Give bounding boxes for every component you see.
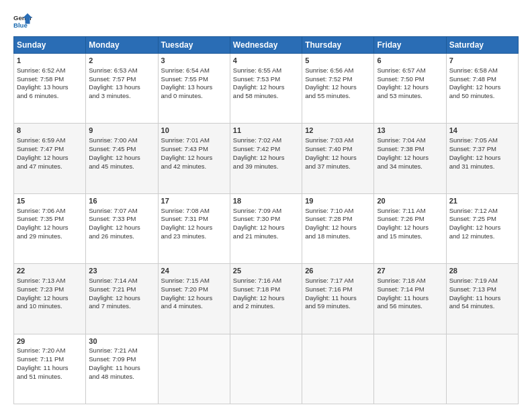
day-number: 7	[449, 56, 515, 66]
day-info: Sunrise: 7:00 AM	[89, 136, 137, 144]
day-info: Sunset: 7:09 PM	[89, 355, 136, 363]
page: General Blue SundayMondayTuesdayWednesda…	[0, 0, 532, 411]
cal-cell: 15Sunrise: 7:06 AMSunset: 7:35 PMDayligh…	[14, 193, 86, 263]
day-number: 4	[233, 56, 299, 66]
cal-cell: 14Sunrise: 7:05 AMSunset: 7:37 PMDayligh…	[446, 124, 518, 193]
day-info: Sunset: 7:57 PM	[89, 75, 136, 83]
day-info: Sunrise: 7:21 AM	[89, 347, 137, 354]
day-info: Sunrise: 7:12 AM	[449, 207, 498, 214]
day-info: and 2 minutes.	[233, 302, 275, 310]
day-info: Daylight: 13 hours	[89, 83, 140, 91]
day-number: 19	[305, 196, 371, 206]
day-info: Sunrise: 6:52 AM	[17, 66, 65, 74]
day-info: Sunrise: 6:56 AM	[305, 66, 353, 74]
day-info: Sunset: 7:18 PM	[233, 285, 280, 293]
day-info: Daylight: 12 hours	[305, 83, 357, 91]
cal-cell: 4Sunrise: 6:55 AMSunset: 7:53 PMDaylight…	[230, 54, 302, 124]
day-info: Daylight: 12 hours	[233, 154, 285, 161]
day-info: Sunset: 7:37 PM	[449, 145, 496, 152]
day-number: 17	[161, 196, 227, 206]
day-info: Sunset: 7:21 PM	[89, 285, 136, 293]
day-info: Sunrise: 6:54 AM	[161, 66, 210, 74]
day-number: 24	[161, 266, 227, 276]
day-number: 13	[377, 126, 443, 136]
day-info: Daylight: 12 hours	[377, 83, 429, 91]
day-info: and 50 minutes.	[449, 92, 495, 99]
day-info: and 37 minutes.	[305, 163, 351, 170]
day-number: 18	[233, 196, 299, 206]
col-header-thursday: Thursday	[302, 37, 374, 54]
week-row-5: 29Sunrise: 7:20 AMSunset: 7:11 PMDayligh…	[14, 334, 519, 404]
day-info: Sunrise: 7:01 AM	[161, 136, 210, 144]
day-info: Sunset: 7:35 PM	[17, 215, 64, 222]
day-info: and 21 minutes.	[233, 232, 279, 240]
day-info: Sunrise: 6:57 AM	[377, 66, 425, 74]
cal-cell: 10Sunrise: 7:01 AMSunset: 7:43 PMDayligh…	[158, 124, 230, 193]
cal-cell: 19Sunrise: 7:10 AMSunset: 7:28 PMDayligh…	[302, 193, 374, 263]
day-info: and 29 minutes.	[17, 232, 62, 240]
day-number: 20	[377, 196, 443, 206]
day-info: Daylight: 12 hours	[449, 83, 501, 91]
day-info: and 18 minutes.	[305, 232, 351, 240]
logo: General Blue	[13, 12, 32, 31]
day-info: Daylight: 11 hours	[305, 294, 357, 302]
day-info: Sunset: 7:14 PM	[377, 285, 424, 293]
day-info: Sunrise: 7:18 AM	[377, 277, 425, 284]
day-info: Sunset: 7:40 PM	[305, 145, 352, 152]
cal-cell: 2Sunrise: 6:53 AMSunset: 7:57 PMDaylight…	[86, 54, 158, 124]
cal-cell: 23Sunrise: 7:14 AMSunset: 7:21 PMDayligh…	[86, 264, 158, 334]
day-info: Sunrise: 7:13 AM	[17, 277, 65, 284]
day-info: and 31 minutes.	[449, 163, 495, 170]
day-info: and 23 minutes.	[161, 232, 207, 240]
day-info: Sunrise: 7:20 AM	[17, 347, 65, 354]
day-info: Daylight: 12 hours	[17, 154, 69, 161]
cal-cell: 26Sunrise: 7:17 AMSunset: 7:16 PMDayligh…	[302, 264, 374, 334]
day-info: Sunrise: 7:02 AM	[233, 136, 281, 144]
cal-cell: 20Sunrise: 7:11 AMSunset: 7:26 PMDayligh…	[374, 193, 446, 263]
day-info: Daylight: 12 hours	[17, 294, 69, 302]
day-number: 11	[233, 126, 299, 136]
cal-cell: 21Sunrise: 7:12 AMSunset: 7:25 PMDayligh…	[446, 193, 518, 263]
day-info: and 48 minutes.	[89, 373, 134, 380]
day-info: Sunset: 7:31 PM	[161, 215, 208, 222]
day-info: and 3 minutes.	[89, 92, 130, 99]
day-info: Daylight: 12 hours	[89, 224, 140, 231]
day-info: and 34 minutes.	[377, 163, 423, 170]
day-info: Sunset: 7:58 PM	[17, 75, 64, 83]
cal-cell: 12Sunrise: 7:03 AMSunset: 7:40 PMDayligh…	[302, 124, 374, 193]
col-header-sunday: Sunday	[14, 37, 86, 54]
day-number: 21	[449, 196, 515, 206]
day-number: 23	[89, 266, 154, 276]
day-info: and 58 minutes.	[233, 92, 279, 99]
day-info: Sunrise: 7:15 AM	[161, 277, 210, 284]
week-row-4: 22Sunrise: 7:13 AMSunset: 7:23 PMDayligh…	[14, 264, 519, 334]
day-info: Daylight: 12 hours	[17, 224, 69, 231]
cal-cell: 7Sunrise: 6:58 AMSunset: 7:48 PMDaylight…	[446, 54, 518, 124]
day-info: Sunrise: 6:55 AM	[233, 66, 281, 74]
cal-cell: 5Sunrise: 6:56 AMSunset: 7:52 PMDaylight…	[302, 54, 374, 124]
day-info: and 47 minutes.	[17, 163, 62, 170]
cal-cell: 6Sunrise: 6:57 AMSunset: 7:50 PMDaylight…	[374, 54, 446, 124]
day-info: Sunset: 7:20 PM	[161, 285, 208, 293]
day-number: 3	[161, 56, 227, 66]
day-info: Daylight: 12 hours	[449, 154, 501, 161]
cal-cell	[230, 334, 302, 404]
cal-cell: 18Sunrise: 7:09 AMSunset: 7:30 PMDayligh…	[230, 193, 302, 263]
cal-cell: 29Sunrise: 7:20 AMSunset: 7:11 PMDayligh…	[14, 334, 86, 404]
day-info: Sunrise: 7:03 AM	[305, 136, 353, 144]
cal-cell: 27Sunrise: 7:18 AMSunset: 7:14 PMDayligh…	[374, 264, 446, 334]
day-info: Sunset: 7:13 PM	[449, 285, 496, 293]
day-info: and 59 minutes.	[305, 302, 351, 310]
cal-cell: 3Sunrise: 6:54 AMSunset: 7:55 PMDaylight…	[158, 54, 230, 124]
cal-cell	[158, 334, 230, 404]
week-row-1: 1Sunrise: 6:52 AMSunset: 7:58 PMDaylight…	[14, 54, 519, 124]
day-info: Sunrise: 6:58 AM	[449, 66, 498, 74]
day-info: Sunset: 7:11 PM	[17, 355, 64, 363]
header-row: SundayMondayTuesdayWednesdayThursdayFrid…	[14, 37, 519, 54]
day-info: Sunset: 7:25 PM	[449, 215, 496, 222]
day-info: Sunset: 7:55 PM	[161, 75, 208, 83]
day-info: and 4 minutes.	[161, 302, 203, 310]
cal-cell: 28Sunrise: 7:19 AMSunset: 7:13 PMDayligh…	[446, 264, 518, 334]
day-info: Sunrise: 7:11 AM	[377, 207, 425, 214]
day-number: 22	[17, 266, 83, 276]
